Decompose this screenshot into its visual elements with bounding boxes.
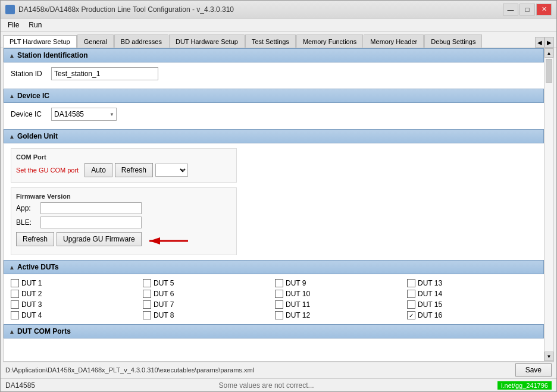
app-fw-row: App:: [16, 202, 231, 214]
tab-bd-addresses[interactable]: BD addresses: [114, 35, 168, 48]
maximize-button[interactable]: □: [520, 4, 535, 15]
tabs-container: PLT Hardware Setup General BD addresses …: [1, 32, 556, 48]
com-port-section: COM Port Set the GU COM port Auto Refres…: [11, 148, 237, 183]
tab-debug-settings[interactable]: Debug Settings: [424, 35, 482, 48]
com-port-dropdown-wrapper: [155, 164, 188, 177]
dut-label-8: DUT 14: [418, 290, 442, 298]
title-bar-left: DA1458x/DA1468x Production Line Tool Con…: [5, 5, 234, 14]
active-duts-label: Active DUTs: [17, 263, 59, 271]
dut-label-16: DUT 16: [418, 311, 442, 319]
dut-checkbox-15[interactable]: [275, 311, 283, 319]
dut-checkbox-9[interactable]: [11, 300, 19, 309]
dut-com-ports-header[interactable]: ▲ DUT COM Ports: [4, 324, 544, 338]
window-controls: — □ ✕: [503, 4, 552, 15]
list-item: DUT 12: [275, 311, 405, 319]
scroll-thumb[interactable]: [546, 59, 552, 83]
list-item: DUT 2: [11, 290, 140, 298]
tab-nav: ◀ ▶: [535, 37, 554, 48]
dut-checkbox-14[interactable]: [143, 311, 151, 319]
app-icon: [5, 5, 15, 14]
device-ic-dropdown-wrapper: DA14585 DA14586 DA14680 DA14681: [51, 108, 117, 121]
tab-test-settings[interactable]: Test Settings: [245, 35, 296, 48]
station-identification-header[interactable]: ▲ Station Identification: [4, 48, 544, 62]
tab-memory-functions[interactable]: Memory Functions: [296, 35, 363, 48]
device-ic-body: Device IC DA14585 DA14586 DA14680 DA1468…: [4, 103, 544, 129]
list-item: DUT 10: [275, 290, 405, 298]
dut-checkbox-8[interactable]: [407, 290, 415, 298]
list-item: DUT 13: [407, 279, 537, 287]
dut-checkbox-4[interactable]: [407, 279, 415, 287]
tab-memory-header[interactable]: Memory Header: [364, 35, 424, 48]
status-bar: D:\Application\DA1458x_DA1468x_PLT_v_4.3…: [3, 362, 554, 377]
tab-nav-left[interactable]: ◀: [535, 37, 545, 48]
fw-btn-row: Refresh Upgrade GU Firmware: [16, 232, 231, 250]
status-message: Some values are not correct...: [219, 381, 314, 390]
green-indicator: i.net/gg_241796: [497, 381, 552, 390]
dut-checkbox-6[interactable]: [143, 290, 151, 298]
golden-unit-header[interactable]: ▲ Golden Unit: [4, 129, 544, 143]
device-ic-select[interactable]: DA14585 DA14586 DA14680 DA14681: [51, 108, 117, 121]
tab-dut-hardware-setup[interactable]: DUT Hardware Setup: [169, 35, 245, 48]
menu-run[interactable]: Run: [24, 20, 46, 30]
arrow-indicator: [146, 232, 194, 250]
scroll-bar: ▲ ▼: [544, 48, 553, 361]
firmware-section: Firmware Version App: BLE: Refresh Upgra…: [11, 187, 237, 255]
dut-checkbox-10[interactable]: [143, 300, 151, 309]
window-title: DA1458x/DA1468x Production Line Tool Con…: [18, 5, 234, 14]
device-ic-header[interactable]: ▲ Device IC: [4, 89, 544, 103]
app-firmware-input[interactable]: [40, 202, 142, 214]
device-label: DA14585: [5, 381, 35, 390]
station-id-input[interactable]: [51, 67, 158, 80]
tab-general[interactable]: General: [77, 35, 114, 48]
firmware-label: Firmware Version: [16, 193, 231, 200]
active-duts-header[interactable]: ▲ Active DUTs: [4, 260, 544, 274]
golden-unit-label: Golden Unit: [17, 132, 58, 140]
dut-checkbox-11[interactable]: [275, 300, 283, 309]
com-port-select[interactable]: [155, 164, 188, 177]
menu-file[interactable]: File: [3, 20, 24, 30]
save-button[interactable]: Save: [515, 363, 552, 377]
refresh-button-1[interactable]: Refresh: [115, 163, 153, 177]
content-area: ▲ Station Identification Station ID ▲ De…: [3, 48, 554, 362]
dut-grid: DUT 1DUT 5DUT 9DUT 13DUT 2DUT 6DUT 10DUT…: [4, 274, 544, 324]
minimize-button[interactable]: —: [503, 4, 518, 15]
dut-label-11: DUT 11: [286, 300, 310, 309]
list-item: DUT 9: [275, 279, 405, 287]
triangle-icon: ▲: [9, 52, 15, 59]
app-label: App:: [16, 204, 37, 212]
main-window: DA1458x/DA1468x Production Line Tool Con…: [0, 0, 557, 392]
scroll-up-button[interactable]: ▲: [545, 48, 553, 58]
station-identification-body: Station ID: [4, 62, 544, 89]
dut-checkbox-13[interactable]: [11, 311, 19, 319]
dut-checkbox-3[interactable]: [275, 279, 283, 287]
dut-checkbox-1[interactable]: [11, 279, 19, 287]
ble-label: BLE:: [16, 218, 37, 227]
dut-checkbox-7[interactable]: [275, 290, 283, 298]
triangle-icon-4: ▲: [9, 264, 15, 271]
list-item: DUT 1: [11, 279, 140, 287]
auto-button[interactable]: Auto: [85, 163, 112, 177]
title-bar: DA1458x/DA1468x Production Line Tool Con…: [1, 1, 556, 18]
scroll-track: [545, 58, 553, 352]
file-path: D:\Application\DA1458x_DA1468x_PLT_v_4.3…: [5, 366, 515, 374]
gu-com-label: Set the GU COM port: [16, 167, 79, 174]
dut-label-14: DUT 8: [154, 311, 174, 319]
device-ic-label: Device IC: [17, 92, 49, 100]
dut-checkbox-2[interactable]: [143, 279, 151, 287]
tab-plt-hardware-setup[interactable]: PLT Hardware Setup: [3, 35, 77, 48]
dut-checkbox-5[interactable]: [11, 290, 19, 298]
station-id-row: Station ID: [11, 67, 537, 80]
ble-firmware-input[interactable]: [40, 217, 142, 228]
dut-checkbox-12[interactable]: [407, 300, 415, 309]
upgrade-gu-firmware-button[interactable]: Upgrade GU Firmware: [57, 232, 142, 246]
bottom-bar: DA14585 Some values are not correct... i…: [1, 378, 556, 391]
dut-label-13: DUT 4: [21, 311, 42, 319]
dut-checkbox-16[interactable]: [407, 311, 415, 319]
ble-fw-row: BLE:: [16, 217, 231, 228]
refresh-button-2[interactable]: Refresh: [16, 232, 54, 246]
close-button[interactable]: ✕: [536, 4, 552, 15]
main-content: ▲ Station Identification Station ID ▲ De…: [4, 48, 544, 361]
triangle-icon-5: ▲: [9, 328, 15, 335]
tab-nav-right[interactable]: ▶: [545, 37, 554, 48]
scroll-down-button[interactable]: ▼: [545, 352, 553, 361]
